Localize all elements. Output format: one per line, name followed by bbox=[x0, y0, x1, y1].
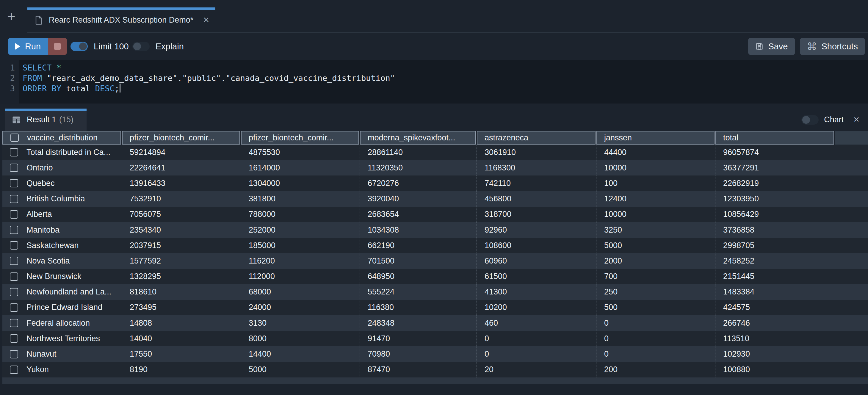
table-row[interactable]: British Columbia753291038180039200404568… bbox=[2, 191, 868, 207]
sql-editor[interactable]: 1SELECT *2FROM "rearc_adx_demo_data_shar… bbox=[0, 60, 868, 103]
table-cell[interactable]: 252000 bbox=[241, 222, 360, 238]
table-cell[interactable]: 28861140 bbox=[360, 145, 477, 160]
table-cell[interactable]: 17550 bbox=[122, 346, 241, 362]
table-cell[interactable]: 7056075 bbox=[122, 207, 241, 222]
table-cell[interactable]: 87470 bbox=[360, 362, 477, 377]
table-cell[interactable]: 36377291 bbox=[715, 160, 835, 176]
table-cell[interactable]: 61500 bbox=[477, 269, 596, 284]
table-row[interactable]: Saskatchewan2037915185000662190108600500… bbox=[2, 238, 868, 253]
table-cell[interactable]: 2683654 bbox=[360, 207, 477, 222]
table-cell[interactable]: 0 bbox=[477, 346, 596, 362]
table-cell[interactable]: 1168300 bbox=[477, 160, 596, 176]
shortcuts-button[interactable]: ⌘ Shortcuts bbox=[800, 38, 865, 55]
table-cell[interactable]: 92960 bbox=[477, 222, 596, 238]
table-row[interactable]: Manitoba23543402520001034308929603250373… bbox=[2, 222, 868, 238]
row-checkbox[interactable] bbox=[10, 350, 18, 358]
select-all-checkbox[interactable] bbox=[10, 133, 19, 142]
row-checkbox[interactable] bbox=[10, 210, 18, 219]
table-cell[interactable]: 648950 bbox=[360, 269, 477, 284]
editor-tab[interactable]: Rearc Redshift ADX Subscription Demo* ✕ bbox=[27, 7, 215, 33]
table-cell[interactable]: 10000 bbox=[596, 207, 715, 222]
table-cell[interactable]: 662190 bbox=[360, 238, 477, 253]
table-cell[interactable]: 10856429 bbox=[715, 207, 835, 222]
column-header[interactable]: moderna_spikevaxfoot... bbox=[360, 131, 476, 145]
table-cell[interactable]: 1577592 bbox=[122, 253, 241, 269]
table-cell[interactable]: 96057874 bbox=[715, 145, 835, 160]
table-cell[interactable]: 0 bbox=[596, 346, 715, 362]
table-cell[interactable]: 0 bbox=[596, 331, 715, 346]
table-row[interactable]: Federal allocation1480831302483484600266… bbox=[2, 315, 868, 331]
explain-toggle[interactable] bbox=[132, 42, 150, 51]
table-cell[interactable]: 12303950 bbox=[715, 191, 835, 207]
table-row[interactable]: Nova Scotia15775921162007015006096020002… bbox=[2, 253, 868, 269]
table-cell[interactable]: 7532910 bbox=[122, 191, 241, 207]
table-row[interactable]: Northwest Territories1404080009147000113… bbox=[2, 331, 868, 346]
table-cell[interactable]: 6720276 bbox=[360, 176, 477, 191]
table-cell[interactable]: 2458252 bbox=[715, 253, 835, 269]
table-cell[interactable]: 273495 bbox=[122, 300, 241, 315]
table-cell[interactable]: 10000 bbox=[596, 160, 715, 176]
table-cell[interactable]: 116380 bbox=[360, 300, 477, 315]
table-row[interactable]: New Brunswick132829511200064895061500700… bbox=[2, 269, 868, 284]
table-cell[interactable]: Nunavut bbox=[2, 346, 122, 362]
table-cell[interactable]: 14400 bbox=[241, 346, 360, 362]
chart-toggle[interactable] bbox=[801, 115, 818, 125]
row-checkbox[interactable] bbox=[10, 288, 18, 296]
table-cell[interactable]: 5000 bbox=[241, 362, 360, 377]
table-row[interactable]: Quebec1391643313040006720276742110100226… bbox=[2, 176, 868, 191]
table-cell[interactable]: 0 bbox=[477, 331, 596, 346]
row-checkbox[interactable] bbox=[10, 148, 18, 156]
table-cell[interactable]: 266746 bbox=[715, 315, 835, 331]
column-header[interactable]: vaccine_distribution bbox=[2, 131, 121, 145]
table-row[interactable]: Newfoundland and La...818610680005552244… bbox=[2, 284, 868, 300]
table-cell[interactable]: 4875530 bbox=[241, 145, 360, 160]
table-cell[interactable]: 460 bbox=[477, 315, 596, 331]
limit-toggle[interactable] bbox=[70, 42, 88, 51]
table-cell[interactable]: 22264641 bbox=[122, 160, 241, 176]
table-cell[interactable]: Total distributed in Ca... bbox=[2, 145, 122, 160]
table-cell[interactable]: 10200 bbox=[477, 300, 596, 315]
table-cell[interactable]: 100 bbox=[596, 176, 715, 191]
table-cell[interactable]: 1614000 bbox=[241, 160, 360, 176]
table-row[interactable]: Ontario222646411614000113203501168300100… bbox=[2, 160, 868, 176]
table-cell[interactable]: Northwest Territories bbox=[2, 331, 122, 346]
table-cell[interactable]: 1034308 bbox=[360, 222, 477, 238]
table-cell[interactable]: 818610 bbox=[122, 284, 241, 300]
row-checkbox[interactable] bbox=[10, 241, 18, 249]
table-cell[interactable]: 250 bbox=[596, 284, 715, 300]
stop-button[interactable] bbox=[48, 38, 67, 55]
table-cell[interactable]: 91470 bbox=[360, 331, 477, 346]
table-cell[interactable]: 555224 bbox=[360, 284, 477, 300]
row-checkbox[interactable] bbox=[10, 257, 18, 265]
save-button[interactable]: Save bbox=[748, 38, 795, 55]
table-cell[interactable]: 2151445 bbox=[715, 269, 835, 284]
table-cell[interactable]: 70980 bbox=[360, 346, 477, 362]
table-cell[interactable]: 14808 bbox=[122, 315, 241, 331]
table-cell[interactable]: 68000 bbox=[241, 284, 360, 300]
table-cell[interactable]: 185000 bbox=[241, 238, 360, 253]
table-cell[interactable]: New Brunswick bbox=[2, 269, 122, 284]
column-header[interactable]: total bbox=[715, 131, 834, 145]
table-cell[interactable]: 248348 bbox=[360, 315, 477, 331]
table-cell[interactable]: 2037915 bbox=[122, 238, 241, 253]
table-cell[interactable]: 381800 bbox=[241, 191, 360, 207]
table-cell[interactable]: 3250 bbox=[596, 222, 715, 238]
table-cell[interactable]: British Columbia bbox=[2, 191, 122, 207]
table-row[interactable]: Alberta705607578800026836543187001000010… bbox=[2, 207, 868, 222]
table-cell[interactable]: 3130 bbox=[241, 315, 360, 331]
table-cell[interactable]: 0 bbox=[596, 315, 715, 331]
table-cell[interactable]: 318700 bbox=[477, 207, 596, 222]
table-cell[interactable]: 108600 bbox=[477, 238, 596, 253]
table-cell[interactable]: 3920040 bbox=[360, 191, 477, 207]
table-cell[interactable]: 112000 bbox=[241, 269, 360, 284]
table-cell[interactable]: 2000 bbox=[596, 253, 715, 269]
table-cell[interactable]: 742110 bbox=[477, 176, 596, 191]
row-checkbox[interactable] bbox=[10, 163, 18, 172]
table-cell[interactable]: 3061910 bbox=[477, 145, 596, 160]
table-row[interactable]: Prince Edward Island27349524000116380102… bbox=[2, 300, 868, 315]
table-cell[interactable]: Federal allocation bbox=[2, 315, 122, 331]
table-cell[interactable]: 116200 bbox=[241, 253, 360, 269]
column-header[interactable]: pfizer_biontech_comir... bbox=[241, 131, 359, 145]
table-cell[interactable]: 8190 bbox=[122, 362, 241, 377]
row-checkbox[interactable] bbox=[10, 366, 18, 374]
